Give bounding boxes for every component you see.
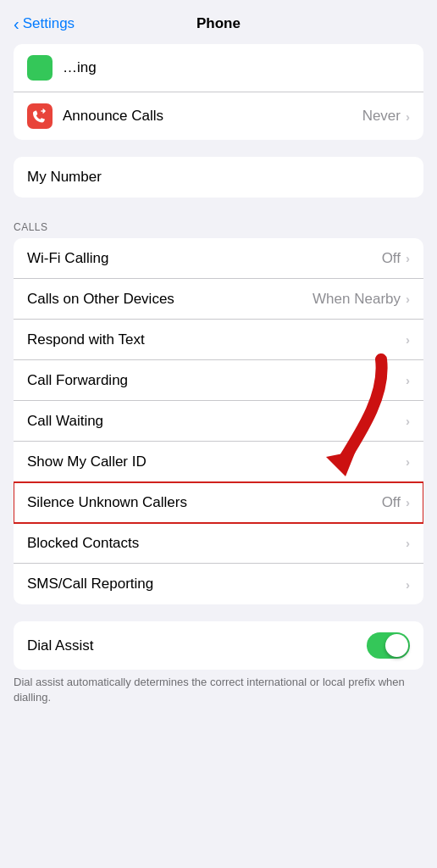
wifi-calling-value: Off <box>382 250 401 267</box>
sms-call-reporting-chevron-icon: › <box>406 577 410 592</box>
dial-assist-section: Dial Assist Dial assist automatically de… <box>0 621 437 705</box>
calls-card: Wi-Fi Calling Off › Calls on Other Devic… <box>14 238 423 604</box>
call-waiting-chevron-icon: › <box>406 414 410 428</box>
toggle-knob <box>385 634 408 657</box>
sms-call-reporting-row[interactable]: SMS/Call Reporting › <box>14 564 423 604</box>
silence-unknown-callers-value: Off <box>382 494 401 511</box>
navigation-bar: ‹ Settings Phone <box>0 0 437 44</box>
silence-unknown-callers-label: Silence Unknown Callers <box>27 494 382 511</box>
call-forwarding-chevron-icon: › <box>406 373 410 387</box>
calls-other-devices-label: Calls on Other Devices <box>27 291 313 308</box>
dial-assist-row[interactable]: Dial Assist <box>14 621 423 670</box>
silence-unknown-callers-chevron-icon: › <box>406 495 410 509</box>
announce-calls-chevron-icon: › <box>406 109 410 124</box>
wifi-calling-label: Wi-Fi Calling <box>27 250 382 267</box>
my-number-section: My Number <box>0 157 437 198</box>
dial-assist-footer: Dial assist automatically determines the… <box>0 670 437 705</box>
blocked-contacts-chevron-icon: › <box>406 536 410 550</box>
calls-section: CALLS Wi-Fi Calling Off › Calls on Other… <box>0 214 437 604</box>
announce-calls-row[interactable]: Announce Calls Never › <box>14 92 423 140</box>
partial-row-label: …ing <box>63 59 410 76</box>
respond-with-text-label: Respond with Text <box>27 331 406 348</box>
partial-row-icon <box>27 55 53 81</box>
my-number-card: My Number <box>14 157 423 198</box>
dial-assist-toggle[interactable] <box>367 632 410 659</box>
svg-marker-0 <box>326 451 356 476</box>
blocked-contacts-row[interactable]: Blocked Contacts › <box>14 523 423 564</box>
calls-other-devices-value: When Nearby <box>313 291 401 308</box>
red-arrow-icon <box>313 351 398 478</box>
respond-with-text-chevron-icon: › <box>406 332 410 347</box>
silence-unknown-callers-row[interactable]: Silence Unknown Callers Off › <box>14 482 423 523</box>
dial-assist-label: Dial Assist <box>27 637 367 654</box>
calls-other-devices-chevron-icon: › <box>406 292 410 306</box>
calls-other-devices-row[interactable]: Calls on Other Devices When Nearby › <box>14 279 423 320</box>
calls-section-header: CALLS <box>0 214 437 238</box>
announce-calls-icon <box>27 103 53 129</box>
back-chevron-icon: ‹ <box>14 15 19 32</box>
wifi-calling-row[interactable]: Wi-Fi Calling Off › <box>14 238 423 279</box>
announce-calls-value: Never <box>362 108 401 125</box>
top-partial-card: …ing Announce Calls Never › <box>14 44 423 140</box>
announce-calls-label: Announce Calls <box>63 108 362 125</box>
back-label: Settings <box>23 15 75 32</box>
content-area: …ing Announce Calls Never › My Number <box>0 44 437 739</box>
blocked-contacts-label: Blocked Contacts <box>27 535 406 552</box>
dial-assist-card: Dial Assist <box>14 621 423 670</box>
my-number-row[interactable]: My Number <box>14 157 423 198</box>
wifi-calling-chevron-icon: › <box>406 251 410 265</box>
back-button[interactable]: ‹ Settings <box>14 15 75 32</box>
show-caller-id-chevron-icon: › <box>406 454 410 469</box>
sms-call-reporting-label: SMS/Call Reporting <box>27 576 406 593</box>
page-title: Phone <box>196 15 241 32</box>
partial-top-row[interactable]: …ing <box>14 44 423 92</box>
my-number-label: My Number <box>27 169 410 186</box>
top-partial-section: …ing Announce Calls Never › <box>0 44 437 140</box>
